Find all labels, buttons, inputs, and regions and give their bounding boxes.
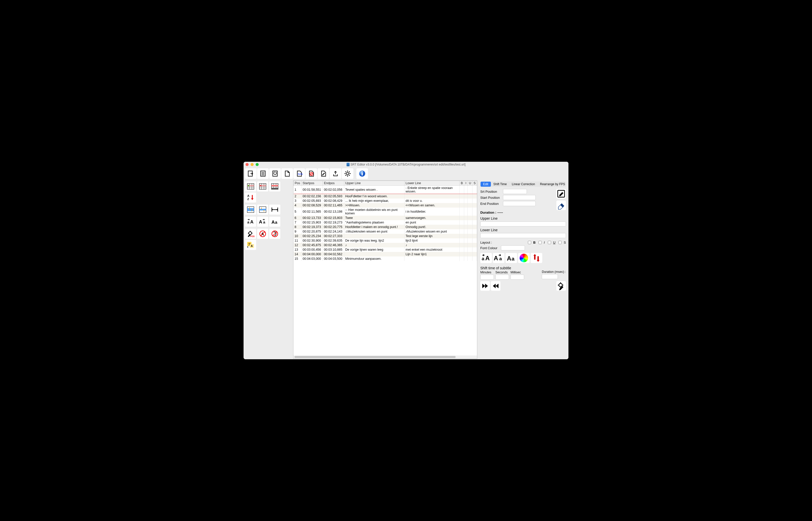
case-lower-button[interactable]: Aa <box>493 253 505 263</box>
strike-checkbox[interactable] <box>558 241 562 244</box>
no-hearing-button[interactable] <box>269 229 280 239</box>
table-row[interactable]: 500:02:11,56500:02:13,198-- Hier moeten … <box>294 208 477 216</box>
svg-line-17 <box>346 175 346 176</box>
erase-button[interactable] <box>556 201 566 210</box>
start-position-input[interactable] <box>503 195 536 200</box>
svg-text:A: A <box>485 255 490 262</box>
header-upper-line[interactable]: Upper Line <box>344 181 404 186</box>
case-mixed-button[interactable]: Aa <box>269 217 280 227</box>
header-lower-line[interactable]: Lower Line <box>404 181 460 186</box>
header-b[interactable]: B <box>460 181 464 186</box>
edit-file-button[interactable] <box>318 168 329 179</box>
svg-rect-1 <box>261 171 265 176</box>
table-row[interactable]: 900:02:20,87500:02:24,143♫Muzieknoten wi… <box>294 229 477 234</box>
table-row[interactable]: 1200:02:45,87500:02:46,365♪♪ <box>294 243 477 247</box>
swap-rows-button[interactable] <box>245 205 256 214</box>
table-row[interactable]: 1500:04:03,00000:04:03,500Minimumduur aa… <box>294 256 477 261</box>
close-window-button[interactable] <box>246 163 249 166</box>
svg-line-16 <box>349 175 350 176</box>
start-position-label: Start Position <box>480 196 502 200</box>
select-row-button[interactable] <box>269 181 280 191</box>
duration-msec-label: Duration (msec) : <box>542 270 566 274</box>
tab-rearrange-fps[interactable]: Rearrange by FPS <box>537 182 567 187</box>
reload-file-button[interactable] <box>269 168 281 179</box>
minimize-window-button[interactable] <box>251 163 254 166</box>
insert-row-button[interactable] <box>245 181 256 191</box>
header-i[interactable]: I <box>464 181 468 186</box>
settings-button[interactable] <box>342 168 353 179</box>
tab-linear-correction[interactable]: Linear Correction <box>509 182 537 187</box>
table-row[interactable]: 1300:03:00,45600:03:10,885De vorige lijn… <box>294 247 477 252</box>
end-position-label: End Position <box>480 202 502 206</box>
table-row[interactable]: 100:01:58,55100:02:02,056Teveel spaties … <box>294 186 477 194</box>
table-row[interactable]: 1000:02:25,23400:02:27,333Test lege eers… <box>294 234 477 238</box>
table-row[interactable]: 1400:04:00,00000:04:02,562Lijn 2 naar li… <box>294 252 477 256</box>
italic-checkbox[interactable] <box>538 241 542 244</box>
duration-msec-input[interactable] <box>542 274 558 279</box>
table-row[interactable]: 300:02:05,69300:02:08,429... Ik heb mijn… <box>294 199 477 203</box>
case-to-lower-button[interactable]: Aa <box>257 217 268 227</box>
header-endpos[interactable]: Endpos <box>323 181 344 186</box>
sort-az-button[interactable]: AZ <box>245 192 256 203</box>
svg-text:a: a <box>263 220 265 224</box>
font-colour-input[interactable] <box>501 245 525 250</box>
svg-text:a: a <box>275 220 278 225</box>
end-position-input[interactable] <box>503 201 536 206</box>
svg-rect-20 <box>362 173 363 176</box>
table-row[interactable]: 700:02:15,90300:02:19,273"Aanhalingsteke… <box>294 220 477 225</box>
shift-forward-button[interactable] <box>480 281 490 291</box>
italic-label: I <box>544 241 545 244</box>
stretch-button[interactable] <box>269 205 280 214</box>
new-file-button[interactable] <box>281 168 293 179</box>
color-picker-button[interactable] <box>518 253 530 263</box>
tab-edit[interactable]: Edit <box>481 182 491 187</box>
svg-text:a: a <box>247 220 250 224</box>
upper-line-input[interactable] <box>480 222 566 226</box>
table-row[interactable]: 400:02:08,52900:02:11,465>>Wissen.<<Wiss… <box>294 203 477 208</box>
delete-file-button[interactable] <box>305 168 317 179</box>
srt-position-input[interactable] <box>503 189 527 194</box>
svg-text:A: A <box>247 194 250 197</box>
info-file-button[interactable]: Info <box>294 168 305 179</box>
shift-time-header: Shift time of subtitle <box>480 266 566 270</box>
header-pos[interactable]: Pos <box>294 181 302 186</box>
header-u[interactable]: U <box>468 181 472 186</box>
merge-rows-button[interactable] <box>257 205 268 214</box>
seconds-input[interactable] <box>495 275 509 280</box>
lower-line-input[interactable] <box>480 233 566 238</box>
svg-point-21 <box>362 171 363 173</box>
underline-checkbox[interactable] <box>548 241 551 244</box>
millisec-input[interactable] <box>511 275 524 280</box>
translate-button[interactable]: 文A <box>245 240 256 250</box>
document-icon <box>347 163 350 166</box>
about-button[interactable] <box>356 168 368 179</box>
table-row[interactable]: 800:02:19,37300:02:20,775Hoofdletter i m… <box>294 225 477 229</box>
table-row[interactable]: 600:02:13,73300:02:15,803Tweesamenvoegen… <box>294 216 477 220</box>
header-s[interactable]: S <box>472 181 477 186</box>
zoom-window-button[interactable] <box>256 163 259 166</box>
open-file-button[interactable] <box>245 168 257 179</box>
document-button[interactable] <box>257 168 269 179</box>
upper-line-label: Upper Line <box>480 217 566 221</box>
minutes-input[interactable] <box>480 275 494 280</box>
header-startpos[interactable]: Startpos <box>301 181 323 186</box>
apply-duration-button[interactable] <box>556 281 566 291</box>
delete-row-button[interactable] <box>257 181 268 191</box>
case-mixed-button-2[interactable]: Aa <box>506 253 517 263</box>
swap-lines-button[interactable] <box>531 253 542 263</box>
subtitle-table[interactable]: Pos Startpos Endpos Upper Line Lower Lin… <box>294 181 477 261</box>
table-row[interactable]: 200:02:02,15600:02:05,593HooFdletter f i… <box>294 194 477 199</box>
table-row[interactable]: 1100:02:30,90000:02:39,635De vorige lijn… <box>294 238 477 243</box>
svg-text:A: A <box>494 255 498 262</box>
case-to-upper-button[interactable]: aA <box>245 217 256 227</box>
tabs-overflow-icon[interactable]: › <box>567 182 569 186</box>
shift-backward-button[interactable] <box>491 281 501 291</box>
fix-pos-button[interactable]: POS <box>245 229 256 239</box>
no-a-button[interactable]: A <box>257 229 268 239</box>
apply-edit-button[interactable] <box>556 189 566 199</box>
export-button[interactable] <box>330 168 341 179</box>
case-upper-button[interactable]: aA <box>480 253 492 263</box>
bold-checkbox[interactable] <box>528 241 531 244</box>
tab-shift-time[interactable]: Shift Time <box>491 182 509 187</box>
horizontal-scrollbar[interactable] <box>294 356 477 359</box>
